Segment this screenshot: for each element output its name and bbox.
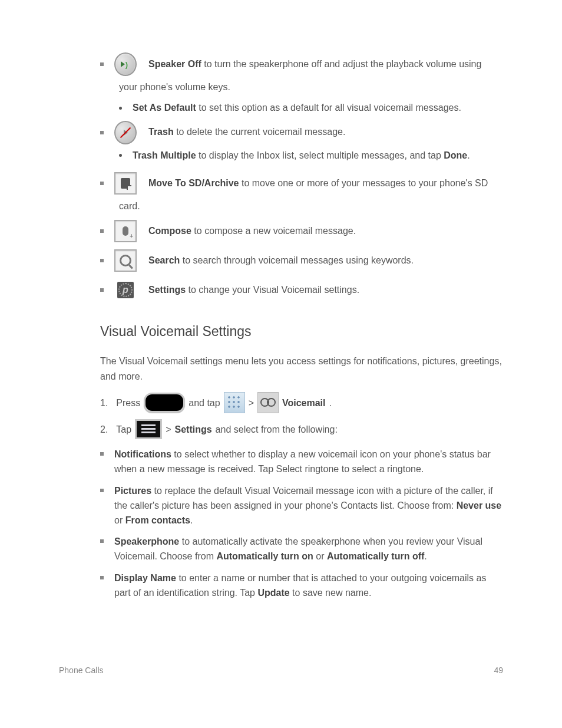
- voicemail-label: Voicemail: [282, 396, 326, 411]
- apps-grid-icon: [224, 392, 245, 413]
- settings-gear-icon: p: [114, 279, 137, 301]
- text: your phone's volume keys.: [119, 80, 509, 95]
- text: >: [166, 422, 171, 437]
- bullet-icon: [100, 259, 104, 262]
- menu-button-icon: [135, 419, 162, 439]
- text: and select from the following:: [216, 422, 338, 437]
- opt-pictures-contacts: From contacts: [125, 515, 190, 525]
- bullet-icon: [100, 576, 104, 579]
- compose-label: Compose: [148, 226, 191, 236]
- compose-icon: [114, 220, 137, 242]
- text: >: [249, 396, 254, 411]
- search-icon: [114, 249, 137, 272]
- text: .: [467, 150, 470, 160]
- trash-icon: [114, 121, 137, 144]
- trash-multiple-label: Trash Multiple: [133, 150, 196, 160]
- section-intro: The Visual Voicemail settings menu lets …: [100, 354, 509, 384]
- opt-speakerphone-label: Speakerphone: [114, 536, 179, 546]
- settings-step-label: Settings: [174, 422, 211, 437]
- opt-display-update: Update: [257, 588, 289, 598]
- text: card.: [119, 199, 509, 214]
- text: to display the Inbox list, select multip…: [196, 150, 444, 160]
- opt-pictures-label: Pictures: [114, 486, 151, 496]
- text: .: [329, 396, 332, 411]
- bullet-icon: [100, 489, 104, 492]
- bullet-icon: [100, 288, 104, 292]
- text: .: [190, 515, 193, 525]
- footer-section: Phone Calls: [59, 666, 104, 675]
- bullet-icon: [100, 131, 104, 134]
- bullet-icon: [100, 452, 104, 456]
- step-2-number: 2.: [100, 422, 108, 437]
- text: Press: [116, 396, 140, 411]
- bullet-dot-icon: [119, 107, 122, 110]
- text: or: [313, 551, 327, 561]
- text: and tap: [189, 396, 220, 411]
- sd-archive-icon: [114, 172, 137, 195]
- bullet-icon: [100, 539, 104, 543]
- set-default-label: Set As Default: [133, 103, 196, 113]
- search-label: Search: [148, 255, 180, 265]
- text: Tap: [116, 422, 131, 437]
- text: to change your Visual Voicemail settings…: [186, 285, 359, 295]
- archive-label: Move To SD/Archive: [148, 178, 239, 188]
- text: or: [114, 515, 125, 525]
- opt-display-label: Display Name: [114, 573, 176, 583]
- text: to replace the default Visual Voicemail …: [114, 486, 493, 510]
- voicemail-icon: [257, 392, 279, 413]
- settings-label: Settings: [148, 285, 186, 295]
- step-1-number: 1.: [100, 396, 108, 411]
- text: to compose a new voicemail message.: [191, 226, 356, 236]
- footer-page-number: 49: [494, 666, 503, 675]
- text: to search through voicemail messages usi…: [180, 255, 414, 265]
- text: to delete the current voicemail message.: [174, 127, 346, 137]
- done-label: Done: [444, 150, 467, 160]
- speaker-off-icon: [114, 53, 137, 75]
- home-button-icon: [144, 393, 185, 413]
- text: to set this option as a default for all …: [196, 103, 461, 113]
- text: to save new name.: [290, 588, 372, 598]
- bullet-dot-icon: [119, 154, 122, 157]
- opt-speaker-off: Automatically turn off: [327, 551, 424, 561]
- bullet-icon: [100, 229, 104, 233]
- bullet-icon: [100, 62, 104, 66]
- opt-speaker-on: Automatically turn on: [216, 551, 313, 561]
- opt-notifications-label: Notifications: [114, 449, 171, 459]
- bullet-icon: [100, 182, 104, 185]
- speaker-off-label: Speaker Off: [148, 59, 201, 69]
- trash-label: Trash: [148, 127, 174, 137]
- text: to turn the speakerphone off and adjust …: [201, 59, 482, 69]
- text: .: [424, 551, 427, 561]
- opt-pictures-never: Never use: [457, 500, 502, 510]
- section-heading: Visual Voicemail Settings: [100, 324, 509, 340]
- text: to move one or more of your messages to …: [239, 178, 488, 188]
